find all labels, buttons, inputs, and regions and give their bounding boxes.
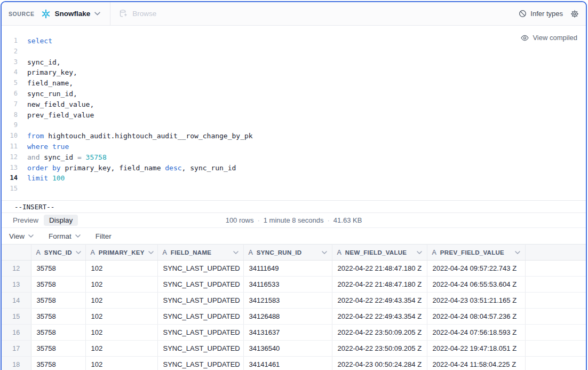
line-number: 8 bbox=[2, 110, 18, 121]
table-cell: 102 bbox=[85, 277, 157, 293]
table-cell: 34136540 bbox=[243, 341, 332, 357]
column-header-field_name[interactable]: AFIELD_NAME bbox=[157, 245, 243, 261]
text-type-icon: A bbox=[337, 249, 341, 256]
table-cell: 35758 bbox=[31, 357, 85, 370]
empty-cell bbox=[525, 325, 586, 341]
line-number: 10 bbox=[2, 131, 18, 141]
column-label: PREV_FIELD_VALUE bbox=[440, 249, 504, 256]
row-number-cell: 18 bbox=[2, 357, 31, 370]
view-compiled-label: View compiled bbox=[533, 34, 577, 42]
filter-menu[interactable]: Filter bbox=[96, 232, 112, 240]
format-menu[interactable]: Format bbox=[49, 232, 81, 240]
sql-editor[interactable]: 1select23sync_id,4primary_key,5field_nam… bbox=[2, 26, 586, 200]
chevron-down-icon bbox=[322, 251, 327, 254]
row-number-header bbox=[2, 245, 31, 261]
table-cell: 2022-04-22 22:49:43.354 Z bbox=[332, 293, 427, 309]
column-header-primary_key[interactable]: APRIMARY_KEY bbox=[85, 245, 157, 261]
code-line: 1select bbox=[2, 36, 586, 46]
settings-gear-icon[interactable] bbox=[570, 10, 579, 18]
code-line: 11where true bbox=[2, 141, 586, 152]
query-editor-panel: SOURCE Snowflake bbox=[1, 1, 587, 370]
column-header-content: ASYNC_RUN_ID bbox=[244, 249, 332, 256]
table-row: 1435758102SYNC_LAST_UPDATED341215832022-… bbox=[2, 293, 586, 309]
code-text bbox=[18, 120, 27, 131]
results-table: ASYNC_IDAPRIMARY_KEYAFIELD_NAMEASYNC_RUN… bbox=[2, 244, 586, 370]
column-header-sync_run_id[interactable]: ASYNC_RUN_ID bbox=[243, 245, 332, 261]
line-number: 11 bbox=[2, 141, 18, 152]
table-cell: 2022-04-24 09:57:22.743 Z bbox=[427, 261, 525, 277]
stat-separator: · bbox=[327, 216, 329, 224]
line-number: 14 bbox=[2, 173, 18, 184]
empty-cell bbox=[525, 341, 586, 357]
code-text: from hightouch_audit.hightouch_audit__ro… bbox=[18, 131, 253, 141]
sql-token: select bbox=[27, 37, 52, 45]
source-name: Snowflake bbox=[55, 10, 91, 18]
view-menu[interactable]: View bbox=[9, 232, 34, 240]
browse-button[interactable]: Browse bbox=[119, 9, 156, 18]
column-label: PRIMARY_KEY bbox=[99, 249, 145, 256]
view-menu-label: View bbox=[9, 232, 25, 240]
table-cell: 35758 bbox=[31, 277, 85, 293]
table-cell: 2022-04-24 08:04:57.236 Z bbox=[427, 309, 525, 325]
column-header-sync_id[interactable]: ASYNC_ID bbox=[31, 245, 85, 261]
column-header-new_field_value[interactable]: ANEW_FIELD_VALUE bbox=[332, 245, 427, 261]
column-label: SYNC_RUN_ID bbox=[257, 249, 301, 256]
code-text: select bbox=[18, 36, 52, 46]
sql-token: field_name, bbox=[27, 79, 73, 87]
sql-token: and bbox=[27, 153, 44, 161]
row-number-cell: 15 bbox=[2, 309, 31, 325]
table-cell: 2022-04-22 19:47:18.051 Z bbox=[427, 341, 525, 357]
code-text: new_field_value, bbox=[18, 99, 94, 110]
toolbar-right: Infer types bbox=[519, 10, 579, 18]
code-line: 7new_field_value, bbox=[2, 99, 586, 110]
sql-token: 100 bbox=[52, 174, 65, 182]
table-cell: 2022-04-23 00:50:24.284 Z bbox=[332, 357, 427, 370]
column-label: FIELD_NAME bbox=[171, 249, 211, 256]
sql-token: , sync_run_id bbox=[182, 164, 236, 172]
code-line: 10from hightouch_audit.hightouch_audit__… bbox=[2, 131, 586, 141]
code-line: 12and sync_id = 35758 bbox=[2, 152, 586, 163]
tab-preview[interactable]: Preview bbox=[7, 215, 44, 226]
table-cell: 2022-04-22 23:50:09.205 Z bbox=[332, 341, 427, 357]
line-number: 3 bbox=[2, 57, 18, 68]
table-cell: 2022-04-22 22:49:43.354 Z bbox=[332, 309, 427, 325]
table-cell: 102 bbox=[85, 293, 157, 309]
infer-types-label: Infer types bbox=[530, 10, 563, 18]
column-header-prev_field_value[interactable]: APREV_FIELD_VALUE bbox=[427, 245, 525, 261]
table-cell: 34141461 bbox=[243, 357, 332, 370]
empty-cell bbox=[525, 357, 586, 370]
sql-token: hightouch_audit.hightouch_audit__row_cha… bbox=[48, 132, 253, 140]
line-number: 5 bbox=[2, 78, 18, 89]
code-text bbox=[18, 46, 27, 57]
table-cell: 35758 bbox=[31, 341, 85, 357]
table-cell: SYNC_LAST_UPDATED bbox=[157, 357, 243, 370]
row-number-cell: 14 bbox=[2, 293, 31, 309]
table-row: 1735758102SYNC_LAST_UPDATED341365402022-… bbox=[2, 341, 586, 357]
code-text: field_name, bbox=[18, 78, 73, 89]
table-cell: 34126488 bbox=[243, 309, 332, 325]
results-tabs-bar: Preview Display 100 rows·1 minute 8 seco… bbox=[2, 212, 586, 227]
table-cell: SYNC_LAST_UPDATED bbox=[157, 293, 243, 309]
line-number: 7 bbox=[2, 99, 18, 110]
table-header-row: ASYNC_IDAPRIMARY_KEYAFIELD_NAMEASYNC_RUN… bbox=[2, 245, 586, 261]
line-number: 15 bbox=[2, 184, 18, 194]
sql-token: primary_key, field_name bbox=[65, 164, 165, 172]
empty-column-header bbox=[525, 245, 586, 261]
table-cell: 102 bbox=[85, 357, 157, 370]
code-text: sync_id, bbox=[18, 57, 61, 68]
infer-types-button[interactable]: Infer types bbox=[519, 10, 563, 18]
table-cell: 35758 bbox=[31, 261, 85, 277]
sql-token: sync_id bbox=[44, 153, 77, 161]
stat-value: 1 minute 8 seconds bbox=[264, 216, 324, 224]
code-text: sync_run_id, bbox=[18, 89, 77, 99]
view-compiled-button[interactable]: View compiled bbox=[521, 34, 577, 42]
tab-display[interactable]: Display bbox=[44, 215, 78, 226]
table-row: 1835758102SYNC_LAST_UPDATED341414612022-… bbox=[2, 357, 586, 370]
table-row: 1235758102SYNC_LAST_UPDATED341116492022-… bbox=[2, 261, 586, 277]
source-selector[interactable]: Snowflake bbox=[41, 9, 101, 19]
format-menu-label: Format bbox=[49, 232, 71, 240]
table-cell: 34111649 bbox=[243, 261, 332, 277]
table-cell: 102 bbox=[85, 325, 157, 341]
table-cell: 34121583 bbox=[243, 293, 332, 309]
chevron-down-icon bbox=[94, 12, 100, 15]
